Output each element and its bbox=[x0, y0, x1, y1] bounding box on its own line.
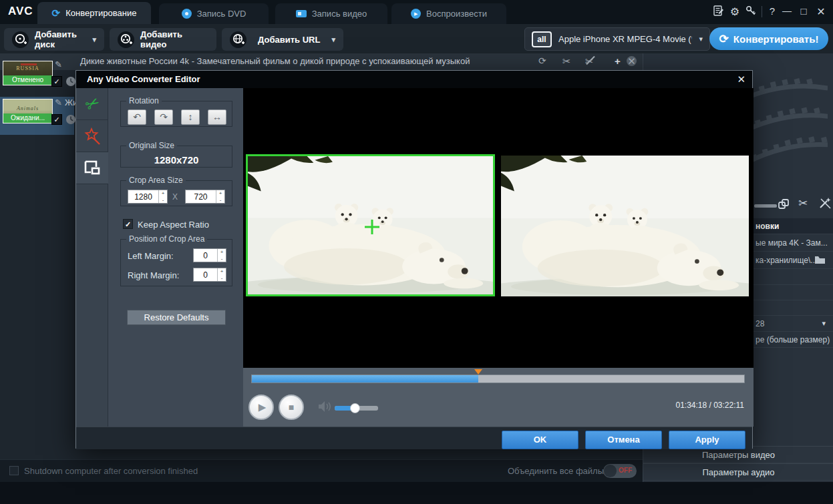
changelog-icon[interactable] bbox=[712, 5, 725, 18]
minimize-icon[interactable]: — bbox=[780, 5, 794, 16]
add-disc-caret-icon: ▾ bbox=[92, 35, 96, 44]
crop-options-panel: Rotation ↶ ↷ ↕ ↔ Original Size 1280x720 … bbox=[108, 88, 243, 427]
speaker-icon[interactable] bbox=[318, 400, 333, 415]
clip-scissors-icon[interactable]: ✂ bbox=[798, 196, 808, 210]
left-margin-label: Left Margin: bbox=[128, 251, 174, 261]
close-window-icon[interactable]: ✕ bbox=[814, 5, 828, 18]
trim-disabled-icon[interactable]: ✂ bbox=[585, 55, 594, 67]
keep-aspect-checkbox[interactable]: ✓ bbox=[123, 219, 133, 229]
clock-icon[interactable] bbox=[65, 76, 76, 89]
item-checkbox[interactable]: ✓ bbox=[51, 76, 62, 87]
edit-pencil-icon[interactable]: ✎ bbox=[55, 59, 62, 69]
stop-button[interactable]: ■ bbox=[279, 395, 304, 420]
volume-slider[interactable] bbox=[335, 406, 378, 411]
tab-convert-label: Конвертирование bbox=[65, 8, 136, 18]
tab-burn-dvd[interactable]: Запись DVD bbox=[159, 3, 269, 24]
apply-button[interactable]: Apply bbox=[669, 431, 745, 449]
title-tab-bar: AVC ⟳ Конвертирование Запись DVD Запись … bbox=[0, 0, 833, 24]
crop-region-frame[interactable] bbox=[246, 154, 495, 296]
list-item[interactable]: Animals Ожидани... ✎ Жи ✓ bbox=[0, 97, 74, 135]
right-margin-stepper[interactable]: 0 +- bbox=[193, 268, 226, 282]
restore-defaults-button[interactable]: Restore Defaults bbox=[127, 310, 226, 325]
file-title: Дикие животные России 4k - Замечательный… bbox=[80, 56, 470, 66]
convert-arrows-icon: ⟳ bbox=[52, 7, 61, 19]
value-caret-icon: ▾ bbox=[822, 319, 826, 328]
maximize-icon[interactable]: □ bbox=[797, 5, 810, 17]
add-url-button[interactable]: Добавить URL ▾ bbox=[222, 28, 343, 51]
tab-playback[interactable]: ▶ Воспроизвести bbox=[391, 3, 506, 24]
film-reel-plus-icon bbox=[118, 31, 134, 48]
video-thumbnail[interactable]: Animals Ожидани... bbox=[3, 99, 53, 123]
tab-effects[interactable] bbox=[76, 120, 108, 152]
seek-marker[interactable] bbox=[474, 369, 482, 379]
tab-burn-dvd-label: Запись DVD bbox=[197, 9, 246, 19]
cancel-button[interactable]: Отмена bbox=[585, 431, 662, 449]
play-button[interactable]: ▶ bbox=[248, 395, 274, 420]
output-profile-select[interactable]: all Apple iPhone XR MPEG-4 Movie (*.m...… bbox=[524, 27, 710, 51]
video-camera-icon bbox=[296, 10, 307, 17]
convert-button[interactable]: ⟳ Конвертировать! bbox=[709, 27, 828, 50]
help-icon[interactable]: ? bbox=[766, 5, 779, 17]
crop-crosshair-icon bbox=[365, 220, 379, 234]
add-row-icon[interactable]: + bbox=[615, 55, 621, 67]
stepper-buttons[interactable]: +- bbox=[158, 190, 167, 203]
crop-position-label: Position of Crop Area bbox=[126, 234, 207, 244]
crop-width-stepper[interactable]: 1280 +- bbox=[128, 190, 168, 204]
rotate-right-button[interactable]: ↷ bbox=[154, 109, 173, 125]
trim-scissors-icon[interactable]: ✂ bbox=[562, 55, 571, 67]
tab-trim[interactable]: ✂ bbox=[76, 88, 108, 120]
progress-fill bbox=[252, 375, 478, 383]
crop-size-group: Crop Area Size 1280 +- X 720 +- bbox=[120, 176, 232, 206]
ok-button[interactable]: OK bbox=[502, 431, 578, 449]
crop-height-stepper[interactable]: 720 +- bbox=[185, 190, 225, 204]
rotation-label: Rotation bbox=[126, 96, 162, 105]
dialog-title: Any Video Converter Editor bbox=[76, 71, 752, 88]
reconvert-icon[interactable]: ⟳ bbox=[538, 55, 546, 66]
duplicate-icon[interactable] bbox=[777, 198, 790, 213]
flip-vertical-button[interactable]: ↕ bbox=[181, 109, 200, 125]
folder-icon[interactable] bbox=[814, 256, 826, 264]
panel-slider-fragment[interactable] bbox=[754, 204, 777, 208]
stepper-buttons[interactable]: +- bbox=[217, 268, 226, 281]
tab-convert[interactable]: ⟳ Конвертирование bbox=[37, 2, 151, 24]
clock-icon[interactable] bbox=[65, 114, 76, 127]
time-display: 01:34:18 / 03:22:11 bbox=[675, 401, 744, 410]
tab-record-video[interactable]: Запись видео bbox=[275, 3, 387, 24]
tab-crop[interactable] bbox=[76, 152, 108, 184]
crop-x-separator: X bbox=[172, 192, 178, 202]
merge-toggle[interactable]: OFF bbox=[603, 464, 637, 478]
tab-playback-label: Воспроизвести bbox=[426, 9, 487, 19]
app-window: AVC ⟳ Конвертирование Запись DVD Запись … bbox=[0, 0, 833, 504]
dialog-close-icon[interactable]: ✕ bbox=[737, 73, 745, 85]
toggle-knob bbox=[604, 465, 617, 477]
file-title-row: Дикие животные России 4k - Замечательный… bbox=[0, 53, 643, 70]
status-badge: Ожидани... bbox=[3, 113, 52, 123]
gear-icon[interactable]: ⚙ bbox=[728, 5, 741, 18]
flip-horizontal-button[interactable]: ↔ bbox=[208, 109, 226, 125]
stepper-buttons[interactable]: +- bbox=[216, 190, 224, 203]
add-disc-button[interactable]: Добавить диск ▾ bbox=[4, 28, 104, 51]
item-checkbox[interactable]: ✓ bbox=[51, 114, 62, 125]
key-icon[interactable] bbox=[744, 5, 758, 18]
left-margin-stepper[interactable]: 0 +- bbox=[193, 248, 226, 262]
app-logo: AVC bbox=[8, 5, 33, 18]
disc-plus-icon bbox=[12, 31, 29, 48]
keep-aspect-label: Keep Aspect Ratio bbox=[138, 220, 209, 230]
filmstrip-watermark bbox=[749, 72, 828, 182]
volume-knob[interactable] bbox=[350, 403, 360, 413]
rotate-left-button[interactable]: ↶ bbox=[128, 109, 146, 125]
seek-bar[interactable] bbox=[251, 374, 745, 383]
stepper-buttons[interactable]: +- bbox=[217, 249, 226, 262]
list-item[interactable]: RUSSIA Отменено ✎ ✓ bbox=[0, 59, 74, 97]
edit-pencil-icon[interactable]: ✎ bbox=[55, 97, 62, 107]
toggle-state-label: OFF bbox=[619, 467, 632, 474]
add-video-button[interactable]: Добавить видео bbox=[110, 28, 216, 51]
add-url-label: Добавить URL bbox=[258, 35, 320, 45]
video-preview-area bbox=[243, 88, 754, 368]
effects-wand-off-icon[interactable] bbox=[818, 196, 832, 212]
shutdown-checkbox[interactable] bbox=[9, 466, 19, 475]
audio-params-header[interactable]: Параметры аудио bbox=[643, 463, 833, 481]
video-thumbnail[interactable]: RUSSIA Отменено bbox=[3, 61, 53, 85]
remove-row-icon[interactable]: ✕ bbox=[627, 56, 637, 66]
editor-tab-strip: ✂ bbox=[76, 88, 108, 427]
